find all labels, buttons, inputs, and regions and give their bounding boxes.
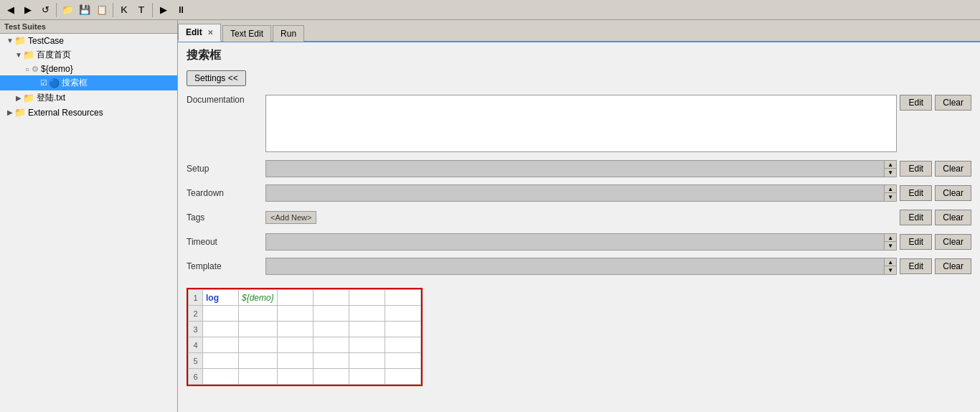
toolbar-back-btn[interactable]: ◀ <box>3 2 19 18</box>
grid-cell[interactable] <box>203 369 239 385</box>
sidebar-item-external[interactable]: ▶ 📁 External Resources <box>0 106 177 119</box>
teardown-spin-up[interactable]: ▲ <box>885 185 896 193</box>
setup-spin-up[interactable]: ▲ <box>885 161 896 169</box>
timeout-label: Timeout <box>187 237 265 247</box>
table-row: 5 <box>189 353 421 369</box>
grid-cell[interactable] <box>385 353 420 369</box>
template-edit-btn[interactable]: Edit <box>900 258 932 274</box>
tags-row: Tags <Add New> Edit Clear <box>187 207 971 228</box>
tags-edit-btn[interactable]: Edit <box>900 210 932 225</box>
sidebar-item-searchbox[interactable]: ☑ 🔵 搜索框 <box>0 75 177 90</box>
grid-cell[interactable] <box>313 322 349 337</box>
grid-cell[interactable] <box>313 337 349 353</box>
grid-cell[interactable] <box>277 322 313 337</box>
row-number: 2 <box>189 306 203 322</box>
documentation-clear-btn[interactable]: Clear <box>935 95 971 111</box>
sidebar-label: TestCase <box>28 36 64 46</box>
grid-cell[interactable] <box>349 306 385 322</box>
template-input[interactable] <box>266 258 884 274</box>
grid-cell[interactable] <box>385 306 420 322</box>
grid-cell[interactable] <box>385 337 420 353</box>
setup-clear-btn[interactable]: Clear <box>935 161 971 177</box>
timeout-spin-up[interactable]: ▲ <box>885 234 896 242</box>
grid-cell[interactable] <box>313 369 349 385</box>
tab-textedit[interactable]: Text Edit <box>222 25 271 42</box>
settings-toggle-btn[interactable]: Settings << <box>187 70 246 86</box>
setup-edit-btn[interactable]: Edit <box>900 161 932 177</box>
tab-edit-close[interactable]: ✕ <box>207 29 213 37</box>
teardown-input[interactable] <box>266 185 884 201</box>
toolbar-fwd-btn[interactable]: ▶ <box>20 2 36 18</box>
teardown-edit-btn[interactable]: Edit <box>900 185 932 201</box>
grid-cell[interactable] <box>239 353 278 369</box>
sidebar-item-baiduhome[interactable]: ▼ 📁 百度首页 <box>0 47 177 62</box>
template-spin-down[interactable]: ▼ <box>885 266 896 274</box>
setup-row: Setup ▲ ▼ Edit Clear <box>187 159 971 179</box>
grid-cell[interactable] <box>239 337 278 353</box>
teardown-clear-btn[interactable]: Clear <box>935 185 971 201</box>
timeout-input[interactable] <box>266 234 884 250</box>
grid-cell[interactable] <box>349 322 385 337</box>
template-action-btns: Edit Clear <box>900 258 971 274</box>
template-clear-btn[interactable]: Clear <box>935 258 971 274</box>
sidebar-item-testcase[interactable]: ▼ 📁 TestCase <box>0 34 177 47</box>
folder-icon: 📁 <box>14 107 26 118</box>
setup-input[interactable] <box>266 161 884 177</box>
toolbar-open-btn[interactable]: 📁 <box>60 2 75 18</box>
teardown-action-btns: Edit Clear <box>900 185 971 201</box>
grid-cell[interactable] <box>385 290 420 306</box>
toolbar-refresh-btn[interactable]: ↺ <box>37 2 53 18</box>
grid-cell[interactable] <box>203 322 239 337</box>
setup-action-btns: Edit Clear <box>900 161 971 177</box>
tab-bar: Edit ✕ Text Edit Run <box>178 20 980 42</box>
grid-cell[interactable] <box>277 306 313 322</box>
toolbar-save-btn[interactable]: 💾 <box>77 2 93 18</box>
teardown-spin-down[interactable]: ▼ <box>885 193 896 201</box>
template-spinner: ▲ ▼ <box>265 258 897 275</box>
grid-cell[interactable] <box>385 322 420 337</box>
grid-cell[interactable] <box>277 290 313 306</box>
documentation-label: Documentation <box>187 95 265 105</box>
toolbar-run-btn[interactable]: ▶ <box>156 2 171 18</box>
tab-edit[interactable]: Edit ✕ <box>178 24 221 42</box>
grid-cell[interactable] <box>277 353 313 369</box>
grid-cell[interactable] <box>313 353 349 369</box>
timeout-spinner-btns: ▲ ▼ <box>884 234 896 250</box>
toolbar-k-btn[interactable]: K <box>116 2 132 18</box>
tags-add-new-btn[interactable]: <Add New> <box>265 211 316 224</box>
toolbar-pause-btn[interactable]: ⏸ <box>173 2 189 18</box>
grid-cell[interactable] <box>349 353 385 369</box>
grid-cell[interactable] <box>313 290 349 306</box>
grid-cell[interactable]: ${demo} <box>239 290 278 306</box>
timeout-spin-down[interactable]: ▼ <box>885 242 896 250</box>
toolbar-t-btn[interactable]: T <box>133 2 149 18</box>
sidebar-item-login[interactable]: ▶ 📁 登陆.txt <box>0 90 177 106</box>
template-spin-up[interactable]: ▲ <box>885 258 896 266</box>
sidebar-item-demo[interactable]: ○ ⚙ ${demo} <box>0 62 177 75</box>
grid-cell[interactable] <box>239 369 278 385</box>
grid-cell[interactable] <box>349 337 385 353</box>
grid-cell[interactable]: log <box>203 290 239 306</box>
documentation-edit-btn[interactable]: Edit <box>900 95 932 111</box>
grid-cell[interactable] <box>203 353 239 369</box>
timeout-edit-btn[interactable]: Edit <box>900 234 932 250</box>
grid-cell[interactable] <box>277 337 313 353</box>
grid-cell[interactable] <box>349 369 385 385</box>
tab-run[interactable]: Run <box>273 25 304 42</box>
grid-cell[interactable] <box>239 322 278 337</box>
grid-cell[interactable] <box>385 369 420 385</box>
grid-cell[interactable] <box>203 306 239 322</box>
documentation-textarea[interactable] <box>265 95 897 152</box>
grid-cell[interactable] <box>313 306 349 322</box>
tags-clear-btn[interactable]: Clear <box>935 210 971 225</box>
grid-cell[interactable] <box>349 290 385 306</box>
content-area: Edit ✕ Text Edit Run 搜索框 Settings << Doc… <box>178 20 980 412</box>
setup-spin-down[interactable]: ▼ <box>885 169 896 177</box>
grid-cell[interactable] <box>239 306 278 322</box>
tab-run-label: Run <box>281 29 296 39</box>
timeout-clear-btn[interactable]: Clear <box>935 234 971 250</box>
grid-cell[interactable] <box>203 337 239 353</box>
grid-cell[interactable] <box>277 369 313 385</box>
timeout-spinner: ▲ ▼ <box>265 233 897 251</box>
toolbar-copy-btn[interactable]: 📋 <box>94 2 110 18</box>
